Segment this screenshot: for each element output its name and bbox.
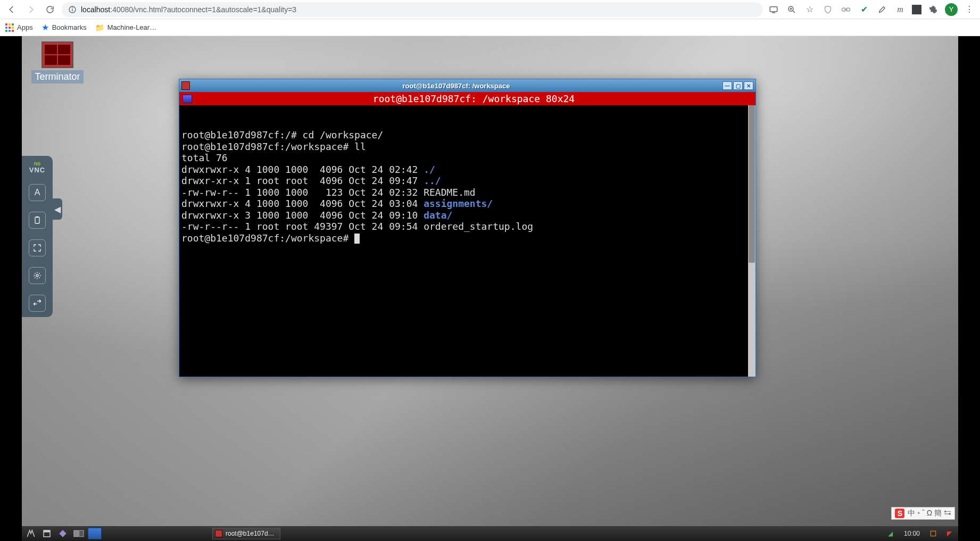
- workspace-button[interactable]: [72, 528, 86, 539]
- terminator-desktop-icon[interactable]: Terminator: [28, 41, 87, 84]
- disconnect-button[interactable]: [29, 295, 46, 312]
- maximize-button[interactable]: ▢: [733, 81, 743, 90]
- terminal-titlebar[interactable]: root@b1e107d987cf: /workspace — ▢ ✕: [179, 79, 755, 92]
- star-icon[interactable]: ☆: [803, 3, 816, 16]
- terminal-window: root@b1e107d987cf: /workspace — ▢ ✕ root…: [179, 79, 756, 377]
- show-desktop-button[interactable]: [88, 528, 102, 539]
- reload-button[interactable]: [43, 2, 57, 17]
- terminal-line: drwxr-xr-x 1 root root 4096 Oct 24 09:47…: [181, 175, 753, 187]
- scrollbar-thumb[interactable]: [749, 105, 755, 263]
- svg-rect-16: [44, 530, 50, 532]
- terminal-title: root@b1e107d987cf: /workspace: [193, 82, 719, 90]
- folder-icon: 📁: [95, 23, 104, 32]
- svg-point-2: [72, 7, 73, 8]
- close-button[interactable]: ✕: [744, 81, 753, 90]
- panel-toggle[interactable]: ◀: [53, 198, 62, 220]
- toolbar-icons: ☆ ✔ m Y ⋮: [767, 3, 976, 16]
- ml-label: Machine-Lear…: [107, 23, 157, 31]
- terminator-label: Terminator: [31, 70, 83, 84]
- terminal-cursor: [354, 234, 360, 244]
- tray-icon3[interactable]: ◤: [942, 528, 956, 539]
- settings-button[interactable]: [29, 267, 46, 284]
- bookmarks-label: Bookmarks: [52, 23, 87, 31]
- terminal-line: root@b1e107d987cf:/workspace# ll: [181, 141, 753, 153]
- terminal-tabbar[interactable]: root@b1e107d987cf: /workspace 80x24: [179, 92, 755, 105]
- terminal-line: drwxrwxr-x 4 1000 1000 4096 Oct 24 02:42…: [181, 164, 753, 176]
- svg-rect-3: [770, 6, 777, 11]
- terminal-line: drwxrwxr-x 3 1000 1000 4096 Oct 24 09:10…: [181, 210, 753, 221]
- terminal-line: -rw-r--r-- 1 root root 49397 Oct 24 09:5…: [181, 221, 753, 232]
- bookmarks-bar: Apps ★ Bookmarks 📁 Machine-Lear…: [0, 19, 980, 36]
- square-icon[interactable]: [912, 5, 921, 14]
- terminal-app-icon: [181, 81, 190, 90]
- address-bar[interactable]: localhost:40080/vnc.html?autoconnect=1&a…: [62, 2, 763, 17]
- vnc-viewport: noVNC A ◀ Terminator root@b: [0, 36, 980, 541]
- ime-toolbar[interactable]: S 中 ⸰ ˆ Ω 簡 ⮀: [891, 507, 955, 520]
- terminal-body[interactable]: root@b1e107d987cf:/# cd /workspace/root@…: [179, 105, 755, 377]
- svg-rect-17: [74, 530, 78, 537]
- apps-label: Apps: [17, 23, 33, 31]
- cast-icon[interactable]: [767, 3, 780, 16]
- eyedropper-icon[interactable]: [876, 3, 888, 16]
- menu-icon[interactable]: ⋮: [963, 3, 976, 16]
- ime-chars: 中 ⸰ ˆ Ω 簡 ⮀: [908, 509, 951, 518]
- svg-point-14: [36, 274, 38, 277]
- browser-toolbar: localhost:40080/vnc.html?autoconnect=1&a…: [0, 0, 980, 19]
- novnc-logo: noVNC: [29, 161, 45, 173]
- terminal-line: drwxrwxr-x 4 1000 1000 4096 Oct 24 03:04…: [181, 198, 753, 210]
- terminal-line: total 76: [181, 152, 753, 164]
- ml-folder[interactable]: 📁 Machine-Lear…: [95, 23, 157, 32]
- tray-icon1[interactable]: ◢: [884, 528, 898, 539]
- tray-icon2[interactable]: [926, 528, 940, 539]
- task-terminal-icon: [215, 530, 222, 537]
- terminal-line: root@b1e107d987cf:/# cd /workspace/: [181, 129, 753, 141]
- bookmarks-shortcut[interactable]: ★ Bookmarks: [41, 22, 87, 32]
- link-icon[interactable]: [840, 3, 852, 16]
- shield-icon[interactable]: [821, 3, 834, 16]
- terminal-tab-title: root@b1e107d987cf: /workspace 80x24: [192, 93, 755, 104]
- svg-rect-19: [931, 531, 935, 536]
- m-icon[interactable]: m: [894, 3, 907, 16]
- clipboard-button[interactable]: [29, 212, 46, 229]
- apps-grid-icon: [5, 23, 14, 32]
- linux-taskbar: root@b1e107d… ◢ 10:00 ◤: [22, 526, 958, 541]
- svg-rect-18: [79, 530, 84, 537]
- svg-line-6: [793, 11, 795, 13]
- minimize-button[interactable]: —: [722, 81, 732, 90]
- remote-desktop[interactable]: noVNC A ◀ Terminator root@b: [22, 36, 958, 541]
- tab-split-icon[interactable]: [182, 95, 192, 103]
- url-text: localhost:40080/vnc.html?autoconnect=1&a…: [81, 5, 296, 14]
- check-icon[interactable]: ✔: [858, 3, 870, 16]
- back-button[interactable]: [4, 2, 19, 17]
- terminal-scrollbar[interactable]: [748, 105, 755, 377]
- zoom-icon[interactable]: [785, 3, 798, 16]
- forward-button[interactable]: [23, 2, 38, 17]
- start-menu-button[interactable]: [24, 528, 38, 539]
- extensions-icon[interactable]: [927, 3, 940, 16]
- file-manager-button[interactable]: [40, 528, 54, 539]
- svg-rect-12: [35, 217, 39, 223]
- info-icon: [68, 5, 77, 14]
- app1-button[interactable]: [56, 528, 70, 539]
- apps-shortcut[interactable]: Apps: [5, 23, 33, 32]
- taskbar-clock[interactable]: 10:00: [900, 530, 924, 537]
- keyboard-button[interactable]: A: [29, 184, 46, 201]
- terminator-icon: [41, 41, 73, 68]
- terminal-line: root@b1e107d987cf:/workspace#: [181, 232, 753, 244]
- star-icon: ★: [41, 22, 49, 32]
- terminal-line: -rw-rw-r-- 1 1000 1000 123 Oct 24 02:32 …: [181, 187, 753, 198]
- svg-rect-13: [36, 217, 38, 218]
- ime-s-icon[interactable]: S: [895, 509, 904, 518]
- fullscreen-button[interactable]: [29, 239, 46, 256]
- profile-avatar[interactable]: Y: [945, 3, 958, 16]
- taskbar-terminal-task[interactable]: root@b1e107d…: [212, 528, 280, 539]
- novnc-panel: noVNC A ◀: [22, 156, 53, 317]
- task-label: root@b1e107d…: [226, 530, 275, 537]
